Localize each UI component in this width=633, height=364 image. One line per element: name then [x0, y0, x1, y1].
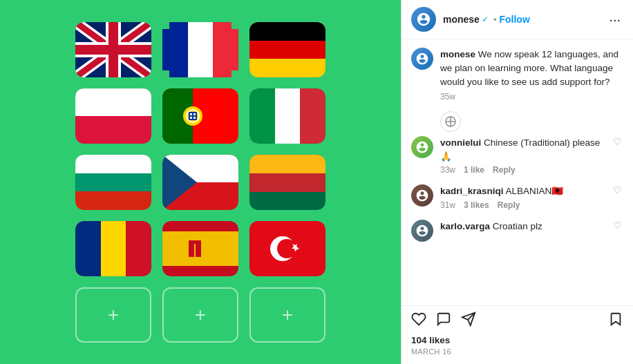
- flag-cz: [162, 155, 238, 210]
- bookmark-button[interactable]: [608, 312, 623, 331]
- svg-rect-31: [189, 112, 197, 120]
- karlo-username: karlo.varga: [440, 221, 490, 231]
- kadri-text: ALBANIAN🇦🇱: [506, 186, 564, 196]
- svg-rect-43: [75, 155, 151, 173]
- more-options-button[interactable]: ···: [606, 12, 623, 28]
- karlo-heart-button[interactable]: ♡: [612, 220, 623, 231]
- svg-rect-34: [190, 117, 192, 119]
- svg-rect-61: [196, 240, 201, 257]
- flag-bg: [75, 155, 151, 210]
- kadri-comment-body: kadri_krasniqi ALBANIAN🇦🇱 31w 3 likes Re…: [440, 184, 612, 210]
- flag-es: [162, 221, 238, 276]
- svg-rect-12: [162, 22, 188, 77]
- flag-de: [249, 22, 325, 77]
- karlo-avatar: [411, 220, 433, 242]
- dot-separator: •: [493, 15, 497, 25]
- svg-rect-15: [232, 22, 238, 29]
- comment-button[interactable]: [436, 312, 451, 331]
- comment-kadri: kadri_krasniqi ALBANIAN🇦🇱 31w 3 likes Re…: [411, 184, 623, 210]
- flag-ro: [75, 221, 151, 276]
- kadri-comment-text: kadri_krasniqi ALBANIAN🇦🇱: [440, 186, 563, 196]
- comment-vonnielui: vonnielui Chinese (Traditional) please 🙏…: [411, 136, 623, 175]
- svg-rect-35: [193, 117, 196, 119]
- action-icons-row: [411, 312, 623, 331]
- kadri-heart-button[interactable]: ♡: [612, 184, 623, 195]
- flag-fr: [162, 22, 238, 77]
- vonnie-likes: 1 like: [464, 165, 484, 175]
- karlo-comment-body: karlo.varga Croatian plz: [440, 220, 612, 233]
- kadri-meta: 31w 3 likes Reply: [440, 200, 612, 210]
- vonnie-comment-body: vonnielui Chinese (Traditional) please 🙏…: [440, 136, 612, 175]
- vonnie-reply-button[interactable]: Reply: [493, 165, 516, 175]
- flag-pt: [162, 88, 238, 144]
- flag-pl: [75, 88, 151, 144]
- flags-grid: [75, 22, 325, 276]
- svg-rect-8: [75, 45, 151, 55]
- svg-rect-51: [249, 173, 325, 192]
- kadri-reply-button[interactable]: Reply: [498, 200, 520, 210]
- kadri-username: kadri_krasniqi: [440, 186, 504, 196]
- kadri-likes: 3 likes: [464, 200, 489, 210]
- share-button[interactable]: [461, 312, 476, 331]
- flag-uk: [75, 22, 151, 77]
- comments-area[interactable]: monese We now speak 12 languages, and we…: [401, 39, 633, 305]
- add-button-2[interactable]: +: [162, 287, 238, 343]
- svg-rect-39: [249, 88, 275, 144]
- comment-karlo: karlo.varga Croatian plz ♡: [411, 220, 623, 242]
- svg-rect-55: [75, 221, 101, 276]
- svg-rect-16: [162, 70, 169, 77]
- svg-rect-21: [249, 22, 325, 41]
- kadri-avatar: [411, 184, 433, 207]
- svg-rect-33: [193, 113, 196, 115]
- flag-tr: [249, 221, 325, 276]
- post-actions: 104 likes MARCH 16: [401, 305, 633, 364]
- right-panel: monese ✓ • Follow ··· monese We now spea…: [401, 0, 633, 364]
- verified-icon: ✓: [482, 15, 489, 24]
- caption-body: monese We now speak 12 languages, and we…: [440, 48, 623, 102]
- caption-avatar: [411, 48, 433, 70]
- flag-it: [249, 88, 325, 144]
- vonnie-time: 33w: [440, 165, 455, 175]
- header-info: monese ✓ • Follow: [443, 14, 606, 25]
- image-panel: + + +: [0, 0, 401, 364]
- header-avatar: [411, 7, 436, 32]
- vonnie-avatar: [411, 136, 433, 158]
- flag-lt: [249, 155, 325, 210]
- svg-rect-24: [75, 88, 151, 116]
- caption-time: 35w: [440, 92, 623, 102]
- svg-rect-14: [162, 22, 169, 29]
- caption-text: monese We now speak 12 languages, and we…: [440, 49, 618, 87]
- vonnie-comment-text: vonnielui Chinese (Traditional) please 🙏: [440, 137, 600, 162]
- translate-button[interactable]: [440, 111, 461, 132]
- header-username: monese: [443, 14, 480, 25]
- karlo-comment-text: karlo.varga Croatian plz: [440, 221, 542, 231]
- svg-rect-32: [190, 113, 192, 115]
- like-button[interactable]: [411, 312, 426, 331]
- vonnie-heart-button[interactable]: ♡: [612, 136, 623, 147]
- svg-rect-17: [232, 70, 238, 77]
- kadri-time: 31w: [440, 200, 455, 210]
- add-button-1[interactable]: +: [75, 287, 151, 343]
- post-date: MARCH 16: [411, 347, 623, 356]
- post-caption: monese We now speak 12 languages, and we…: [411, 48, 623, 102]
- post-header: monese ✓ • Follow ···: [401, 0, 633, 39]
- vonnie-username: vonnielui: [440, 137, 481, 148]
- add-buttons-row: + + +: [75, 287, 325, 343]
- vonnie-meta: 33w 1 like Reply: [440, 165, 612, 175]
- caption-username: monese: [440, 49, 475, 59]
- follow-button[interactable]: Follow: [499, 14, 529, 25]
- karlo-text: Croatian plz: [493, 221, 542, 231]
- likes-count: 104 likes: [411, 335, 623, 345]
- add-button-3[interactable]: +: [249, 287, 325, 343]
- svg-rect-50: [249, 155, 325, 173]
